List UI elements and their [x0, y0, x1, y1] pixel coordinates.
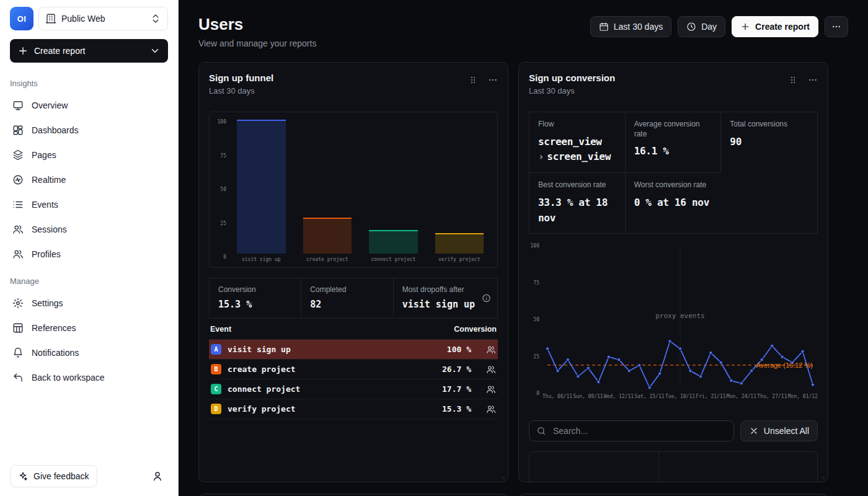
- date-range-label: Last 30 days: [614, 22, 663, 32]
- sidebar-item-back-to-workspace[interactable]: Back to workspace: [10, 365, 168, 390]
- page-subtitle: View and manage your reports: [198, 38, 316, 48]
- settings-icon: [12, 298, 24, 309]
- workspace-name: Public Web: [61, 14, 105, 24]
- funnel-bar-verify-project[interactable]: [435, 120, 484, 254]
- clock-icon: [686, 22, 696, 32]
- event-row-visit-sign-up[interactable]: A visit sign up 100 %: [209, 340, 498, 360]
- event-row-verify-project[interactable]: D verify project 15.3 %: [209, 399, 498, 419]
- sidebar-item-events[interactable]: Events: [10, 192, 168, 217]
- event-name: verify project: [228, 404, 436, 414]
- nav-section-label-manage: Manage: [10, 277, 168, 286]
- sidebar-item-sessions[interactable]: Sessions: [10, 217, 168, 242]
- calendar-icon: [599, 22, 609, 32]
- give-feedback-label: Give feedback: [33, 471, 89, 481]
- sidebar-item-notifications[interactable]: Notifications: [10, 340, 168, 365]
- event-badge: C: [211, 384, 221, 394]
- unselect-all-label: Unselect All: [764, 426, 809, 436]
- stat-worst-rate: Worst conversion rate 0 % at 16 nov: [626, 173, 722, 233]
- realtime-icon: [12, 174, 24, 185]
- workspace-selector[interactable]: Public Web: [38, 7, 168, 30]
- back-icon: [12, 372, 24, 383]
- sidebar-item-pages[interactable]: Pages: [10, 143, 168, 167]
- report-cards: Sign up funnel Last 30 days 0255075100: [198, 62, 848, 482]
- funnel-chart[interactable]: 0255075100 visit sign upcreate projectco…: [209, 112, 498, 268]
- sidebar-item-settings[interactable]: Settings: [10, 291, 168, 316]
- event-conversion: 26.7 %: [442, 365, 471, 374]
- search-input[interactable]: [552, 425, 727, 436]
- funnel-y-axis: 0255075100: [215, 120, 229, 255]
- give-feedback-button[interactable]: Give feedback: [10, 465, 97, 487]
- funnel-card-subtitle: Last 30 days: [209, 86, 273, 95]
- users-icon[interactable]: [486, 345, 496, 355]
- page-title: Users: [198, 15, 316, 34]
- event-conversion: 17.7 %: [442, 384, 471, 394]
- users-icon[interactable]: [486, 404, 496, 414]
- sidebar-item-label: Notifications: [32, 348, 79, 358]
- conversion-card-header: Sign up conversion Last 30 days: [529, 73, 818, 95]
- drag-handle-icon[interactable]: [788, 75, 798, 85]
- sidebar-item-label: Dashboards: [32, 125, 79, 135]
- users-icon[interactable]: [486, 384, 496, 394]
- event-column-header: Event: [210, 325, 231, 334]
- sidebar-create-report-button[interactable]: Create report: [10, 39, 168, 63]
- profiles-icon: [12, 249, 24, 260]
- create-report-label: Create report: [755, 22, 810, 32]
- plus-icon: [740, 22, 750, 32]
- partial-card-right: [518, 494, 828, 496]
- sidebar-item-label: Realtime: [32, 175, 66, 185]
- users-icon[interactable]: [486, 365, 496, 374]
- search-icon: [536, 426, 546, 436]
- create-report-button[interactable]: Create report: [732, 16, 818, 37]
- unselect-all-button[interactable]: Unselect All: [740, 420, 818, 441]
- stat-best-rate: Best conversion rate 33.3 % at 18 nov: [529, 173, 626, 233]
- sidebar-item-label: Pages: [32, 150, 56, 160]
- stat-dropoffs: Most dropoffs after visit sign up: [393, 278, 497, 318]
- user-icon: [152, 471, 163, 482]
- funnel-x-labels: visit sign upcreate projectconnect proje…: [229, 254, 491, 265]
- plus-icon: [17, 45, 29, 56]
- nav-section-label-insights: Insights: [10, 79, 168, 88]
- funnel-bars: [229, 120, 491, 254]
- drag-handle-icon[interactable]: [468, 75, 478, 85]
- header-controls: Last 30 days Day Create report: [590, 16, 848, 37]
- card-menu-icon[interactable]: [488, 75, 498, 85]
- main-content: Users View and manage your reports Last …: [179, 0, 868, 496]
- date-range-button[interactable]: Last 30 days: [590, 16, 671, 37]
- partial-card-left: [198, 494, 508, 496]
- conversion-card-title: Sign up conversion: [529, 73, 615, 83]
- sidebar-item-profiles[interactable]: Profiles: [10, 242, 168, 267]
- profile-button[interactable]: [147, 466, 168, 487]
- chevron-down-icon: [149, 45, 161, 56]
- pages-icon: [12, 149, 24, 161]
- create-report-label: Create report: [34, 46, 144, 56]
- sidebar-item-label: Overview: [32, 100, 68, 110]
- sidebar-item-label: Back to workspace: [32, 373, 105, 383]
- sidebar-item-realtime[interactable]: Realtime: [10, 167, 168, 192]
- sidebar-item-overview[interactable]: Overview: [10, 93, 168, 118]
- conversion-line-chart[interactable]: 0255075100 proxy events Average (16.12 %…: [529, 244, 818, 399]
- svg-text:Average (16.12 %): Average (16.12 %): [756, 361, 813, 369]
- event-conversion: 15.3 %: [442, 404, 471, 414]
- funnel-bar-visit-sign-up[interactable]: [237, 120, 286, 254]
- ellipsis-icon: [831, 22, 841, 32]
- stat-completed: Completed 82: [301, 278, 392, 318]
- event-conversion: 100 %: [447, 345, 471, 354]
- sidebar-item-dashboards[interactable]: Dashboards: [10, 118, 168, 143]
- resize-handle-icon[interactable]: [499, 473, 505, 479]
- card-menu-icon[interactable]: [808, 75, 818, 85]
- info-icon[interactable]: [482, 294, 491, 303]
- funnel-bar-connect-project[interactable]: [369, 120, 418, 254]
- line-chart-plot[interactable]: proxy events Average (16.12 %): [542, 244, 818, 391]
- sidebar-item-references[interactable]: References: [10, 316, 168, 340]
- events-icon: [12, 199, 24, 210]
- resize-handle-icon[interactable]: [819, 473, 825, 479]
- event-row-create-project[interactable]: B create project 26.7 %: [209, 360, 498, 379]
- more-options-button[interactable]: [825, 16, 848, 37]
- interval-button[interactable]: Day: [678, 16, 725, 37]
- workspace-row: OI Public Web: [0, 0, 178, 34]
- app-logo[interactable]: OI: [10, 7, 33, 30]
- funnel-bar-create-project[interactable]: [303, 120, 352, 254]
- funnel-events-table: Event Conversion A visit sign up 100 % B…: [209, 319, 498, 419]
- event-row-connect-project[interactable]: C connect project 17.7 %: [209, 379, 498, 399]
- funnel-card-header: Sign up funnel Last 30 days: [209, 73, 498, 95]
